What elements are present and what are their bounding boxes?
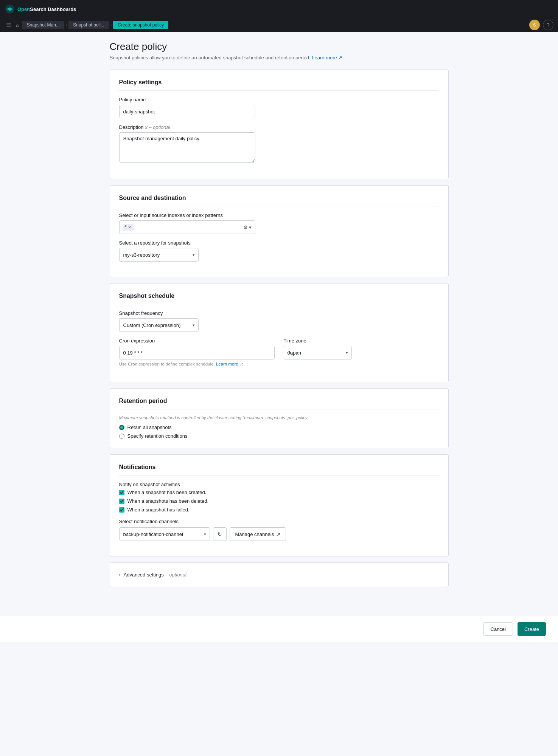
- cron-hint: Use Cron expression to define complex sc…: [119, 361, 275, 367]
- snapshot-schedule-card: Snapshot schedule Snapshot frequency Cus…: [110, 283, 449, 382]
- source-destination-title: Source and destination: [119, 195, 439, 206]
- specify-conditions-label: Specify retention conditions: [127, 433, 188, 439]
- frequency-select[interactable]: Custom (Cron expression) Every hour Ever…: [119, 318, 199, 332]
- logo-text: OpenSearch Dashboards: [17, 6, 76, 12]
- frequency-label: Snapshot frequency: [119, 310, 439, 316]
- footer-actions: Cancel Create: [0, 616, 558, 642]
- repository-select[interactable]: my-s3-repository: [119, 248, 199, 262]
- page-title: Create policy: [110, 41, 449, 53]
- policy-name-input[interactable]: [119, 105, 255, 118]
- advanced-optional-label: – optional: [165, 572, 186, 578]
- home-icon[interactable]: ⌂: [14, 20, 20, 29]
- timezone-group: Time zone Japan UTC US/Eastern US/Pacifi…: [284, 338, 439, 359]
- policy-settings-card: Policy settings Policy name Description …: [110, 70, 449, 179]
- retention-period-card: Retention period Maximum snapshots retai…: [110, 388, 449, 448]
- repository-select-wrapper: my-s3-repository: [119, 248, 199, 262]
- breadcrumb-separator-2: ›: [110, 23, 112, 27]
- frequency-group: Snapshot frequency Custom (Cron expressi…: [119, 310, 439, 332]
- cron-input[interactable]: [119, 346, 275, 359]
- notify-activities-group: Notify on snapshot activities When a sna…: [119, 482, 439, 513]
- specify-conditions-option[interactable]: Specify retention conditions: [119, 433, 439, 439]
- channel-select[interactable]: backup-notification-channel: [119, 527, 210, 541]
- svg-point-1: [8, 8, 11, 11]
- source-tag-close-icon[interactable]: ✕: [128, 225, 131, 230]
- checkbox-created-label: When a snapshot has been created.: [127, 490, 207, 495]
- policy-settings-title: Policy settings: [119, 79, 439, 91]
- notify-checkboxes: When a snapshot has been created. When a…: [119, 490, 439, 513]
- breadcrumb-snapshot-management[interactable]: Snapshot Man...: [22, 21, 64, 29]
- main-content: Create policy Snapshot policies allow yo…: [98, 32, 461, 616]
- manage-channels-button[interactable]: Manage channels ↗: [230, 527, 286, 541]
- breadcrumb-separator-1: ›: [66, 23, 67, 27]
- checkbox-deleted[interactable]: [119, 499, 124, 504]
- hamburger-menu-icon[interactable]: ☰: [5, 20, 13, 30]
- manage-channels-label: Manage channels: [235, 531, 274, 537]
- cron-group: Cron expression Use Cron expression to d…: [119, 338, 275, 367]
- checkbox-deleted-label: When a snapshots has been deleted.: [127, 498, 209, 504]
- description-group: Description x – optional Snapshot manage…: [119, 124, 439, 164]
- source-index-input[interactable]: * ✕ ⚙ ▾: [119, 220, 255, 234]
- advanced-settings-label: Advanced settings – optional: [124, 572, 187, 578]
- checkbox-deleted-item[interactable]: When a snapshots has been deleted.: [119, 498, 439, 504]
- source-index-group: Select or input source indexes or index …: [119, 212, 439, 234]
- notification-channels-group: Select notification channels backup-noti…: [119, 519, 439, 541]
- user-avatar[interactable]: S: [529, 20, 540, 30]
- advanced-toggle-chevron-icon: ›: [119, 572, 121, 578]
- retain-all-option[interactable]: Retain all snapshots: [119, 424, 439, 430]
- source-index-label: Select or input source indexes or index …: [119, 212, 439, 218]
- checkbox-failed-label: When a snapshot has failed.: [127, 507, 190, 513]
- breadcrumb-snapshot-policies[interactable]: Snapshot poli...: [68, 21, 109, 29]
- cron-col: Cron expression Use Cron expression to d…: [119, 338, 275, 373]
- retention-subtitle: Maximum snapshots retained is controlled…: [119, 415, 439, 420]
- cron-label: Cron expression: [119, 338, 275, 344]
- notifications-title: Notifications: [119, 464, 439, 476]
- checkbox-failed[interactable]: [119, 507, 124, 513]
- description-optional: x – optional: [145, 124, 170, 130]
- retention-radio-group: Retain all snapshots Specify retention c…: [119, 424, 439, 439]
- source-settings-icon[interactable]: ⚙ ▾: [243, 225, 252, 230]
- repository-label: Select a repository for snapshots: [119, 240, 439, 246]
- timezone-col: Time zone Japan UTC US/Eastern US/Pacifi…: [284, 338, 439, 366]
- timezone-label: Time zone: [284, 338, 439, 344]
- manage-channels-external-icon: ↗: [276, 531, 280, 537]
- timezone-select[interactable]: Japan UTC US/Eastern US/Pacific: [284, 346, 352, 359]
- checkbox-created[interactable]: [119, 490, 124, 495]
- advanced-settings-toggle[interactable]: › Advanced settings – optional: [119, 572, 439, 578]
- breadcrumb-bar: ☰ ⌂ Snapshot Man... › Snapshot poli... ›…: [0, 18, 558, 32]
- help-icon[interactable]: ?: [543, 20, 553, 30]
- source-tag-input-inner[interactable]: [135, 225, 243, 230]
- top-navbar: OpenSearch Dashboards: [0, 0, 558, 18]
- source-tag-text: *: [125, 225, 127, 230]
- snapshot-schedule-title: Snapshot schedule: [119, 293, 439, 304]
- cron-timezone-row: Cron expression Use Cron expression to d…: [119, 338, 439, 373]
- channel-row: backup-notification-channel ↻ Manage cha…: [119, 527, 439, 541]
- cancel-button[interactable]: Cancel: [483, 622, 513, 636]
- policy-name-group: Policy name: [119, 97, 439, 118]
- source-tag-item: * ✕: [123, 224, 134, 231]
- description-textarea[interactable]: Snapshot management daily policy.: [119, 132, 255, 163]
- cron-learn-more-link[interactable]: Learn more: [216, 362, 238, 366]
- notify-activities-label: Notify on snapshot activities: [119, 482, 439, 487]
- learn-more-link[interactable]: Learn more ↗: [312, 55, 342, 60]
- retain-all-radio[interactable]: [119, 425, 124, 430]
- refresh-channel-button[interactable]: ↻: [213, 527, 227, 541]
- notifications-card: Notifications Notify on snapshot activit…: [110, 454, 449, 556]
- source-destination-card: Source and destination Select or input s…: [110, 185, 449, 277]
- specify-conditions-radio[interactable]: [119, 434, 124, 439]
- app-logo[interactable]: OpenSearch Dashboards: [5, 4, 76, 14]
- retain-all-label: Retain all snapshots: [127, 424, 172, 430]
- checkbox-failed-item[interactable]: When a snapshot has failed.: [119, 507, 439, 513]
- breadcrumb-create-snapshot-policy[interactable]: Create snapshot policy: [113, 21, 168, 29]
- retention-period-title: Retention period: [119, 398, 439, 409]
- description-label: Description x – optional: [119, 124, 439, 130]
- create-button[interactable]: Create: [518, 622, 546, 636]
- nav-right-area: S ?: [529, 20, 553, 30]
- repository-group: Select a repository for snapshots my-s3-…: [119, 240, 439, 262]
- timezone-select-wrapper: Japan UTC US/Eastern US/Pacific ⚙: [284, 346, 352, 359]
- advanced-settings-card: › Advanced settings – optional: [110, 562, 449, 587]
- notification-channels-label: Select notification channels: [119, 519, 439, 524]
- frequency-select-wrapper: Custom (Cron expression) Every hour Ever…: [119, 318, 199, 332]
- channel-select-wrapper: backup-notification-channel: [119, 527, 210, 541]
- checkbox-created-item[interactable]: When a snapshot has been created.: [119, 490, 439, 495]
- page-subtitle: Snapshot policies allow you to define an…: [110, 55, 449, 60]
